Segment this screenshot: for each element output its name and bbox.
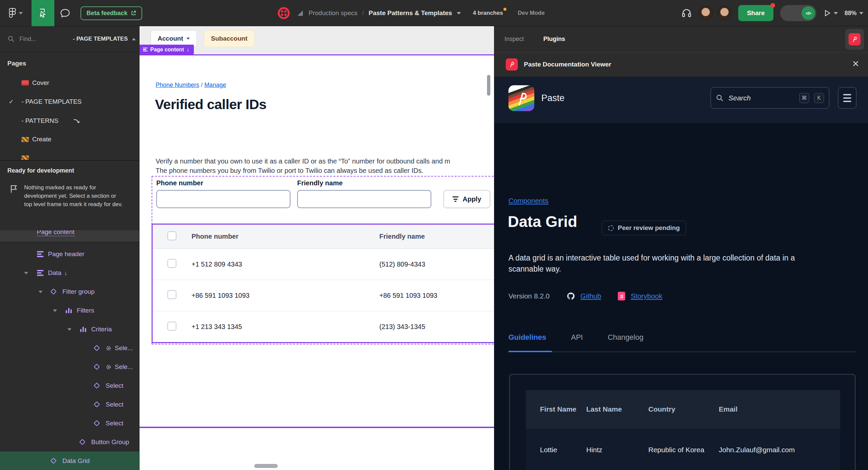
instance-diamond-icon [94,345,100,351]
top-toolbar: Beta feedback Production specs / Paste P… [0,0,868,26]
file-name[interactable]: Paste Patterns & Templates [369,9,452,17]
column-header-phone-number[interactable]: Phone number [191,233,379,240]
current-page-name[interactable]: - PAGE TEMPLATES [73,36,128,42]
grid-cell: John.Zulauf@gmail.com [719,444,840,455]
layer-row-sele-[interactable]: Sele... [0,339,140,357]
collaborator-avatar[interactable] [717,6,732,20]
beta-feedback-label: Beta feedback [87,10,127,17]
layer-row-data-grid[interactable]: Data Grid [0,451,140,470]
current-page-check-icon: ✓ [9,98,14,106]
component-bars-icon [80,327,87,332]
github-icon [566,292,575,300]
sidebar-item-patterns[interactable]: - PATTERNS [0,112,140,129]
layer-row-page-content-partial[interactable]: Page content [0,230,140,242]
layer-label: Data Grid [62,457,90,465]
cover-emoji-icon [22,80,29,86]
paste-search-box[interactable]: Search ⌘ K [710,87,830,109]
collaborator-avatar[interactable] [699,6,713,20]
table-row[interactable]: +1 213 343 1345(213) 343-1345 [153,311,494,343]
figma-main-menu[interactable] [0,0,32,26]
sidebar-item-cover[interactable]: Cover [0,74,140,92]
canvas-vertical-scrollbar[interactable] [487,75,490,96]
layer-row-criteria[interactable]: Criteria [0,320,140,339]
paste-menu-button[interactable] [838,87,857,109]
row-checkbox[interactable] [167,322,177,331]
instance-diamond-icon [94,420,100,426]
tab-guidelines[interactable]: Guidelines [508,333,546,342]
expand-chevron-icon[interactable] [67,328,71,331]
phone-number-input[interactable] [156,190,290,208]
tab-inspect[interactable]: Inspect [504,36,524,42]
apply-button[interactable]: Apply [443,190,490,208]
layer-row-filters[interactable]: Filters [0,301,140,320]
data-grid-example-container: First NameLast NameCountryEmail LottieHi… [509,374,856,470]
layer-row-button-group[interactable]: Button Group [0,433,140,451]
components-breadcrumb-link[interactable]: Components [508,197,548,205]
file-menu-chevron-icon[interactable] [457,12,461,14]
sidebar-item-create[interactable]: Create [0,130,140,148]
beta-feedback-button[interactable]: Beta feedback [81,6,142,20]
collapse-pages-icon[interactable] [132,38,136,40]
description-line: Verify a number that you own to use it a… [156,156,494,166]
column-header-friendly-name[interactable]: Friendly name [379,233,494,240]
friendly-name-input[interactable] [297,190,431,208]
menu-chevron-icon [19,12,23,14]
expand-chevron-icon[interactable] [53,310,57,312]
frame-list-icon [37,251,43,257]
dev-mode-toggle[interactable]: </> [780,5,816,21]
layer-row-select[interactable]: Select [0,376,140,395]
expand-chevron-icon[interactable] [38,291,42,293]
section-label-page-content[interactable]: Page content ↓ [140,45,194,54]
tab-changelog[interactable]: Changelog [608,333,643,342]
search-placeholder: Search [728,94,795,102]
github-link[interactable]: Github [581,292,601,300]
select-all-checkbox[interactable] [167,231,177,240]
project-name[interactable]: Production specs [309,9,358,17]
present-button[interactable] [823,9,838,17]
move-tool-button[interactable] [32,0,54,26]
design-canvas[interactable]: Account Subaccount Page content ↓ Phone … [140,26,494,470]
instance-diamond-icon [50,458,56,464]
twilio-logo-icon [278,7,290,19]
paste-plugin-shortcut-button[interactable] [845,29,864,50]
canvas-horizontal-scrollbar[interactable] [254,464,278,468]
plugin-window-titlebar[interactable]: Paste Documentation Viewer ✕ [494,52,868,77]
layer-row-data[interactable]: Data↓ [0,264,140,282]
table-row[interactable]: +86 591 1093 1093+86 591 1093 1093 [153,280,494,311]
section-arrow: ↓ [186,47,189,53]
share-button[interactable]: Share [738,5,773,21]
plugin-window-title: Paste Documentation Viewer [524,61,611,68]
page-item-label: Cover [32,79,49,87]
layers-tree: Page headerData↓Filter groupFiltersCrite… [0,242,140,470]
layer-row-sele-[interactable]: Sele... [0,357,140,376]
layer-row-page-header[interactable]: Page header [0,245,140,264]
close-plugin-icon[interactable]: ✕ [852,59,859,68]
ready-for-dev-message: Nothing marked as ready for development … [24,183,125,208]
breadcrumb-link-manage[interactable]: Manage [204,82,226,88]
external-link-icon [131,10,136,16]
storybook-link[interactable]: Storybook [630,292,662,300]
branches-button[interactable]: 4 branches [473,10,503,17]
table-row[interactable]: +1 512 809 4343(512) 809-4343 [153,249,494,280]
layer-row-filter-group[interactable]: Filter group [0,282,140,301]
expand-chevron-icon[interactable] [24,272,28,274]
flow-arrow: ↓ [64,270,67,276]
tab-api[interactable]: API [571,333,583,342]
subaccount-tab-pill[interactable]: Subaccount [204,30,254,47]
comment-tool-button[interactable] [54,0,76,26]
row-checkbox[interactable] [167,259,177,268]
find-bar[interactable]: Find... - PAGE TEMPLATES [0,26,139,52]
sidebar-item-page-templates[interactable]: ✓ - PAGE TEMPLATES [0,93,140,111]
layer-label: Button Group [91,438,129,446]
layer-row-select[interactable]: Select [0,414,140,433]
layer-label: Page header [48,251,85,258]
comment-icon [60,8,70,18]
row-checkbox[interactable] [167,290,177,299]
zoom-menu[interactable]: 88% [844,10,863,17]
tab-plugins[interactable]: Plugins [543,36,565,42]
account-chevron-icon [186,38,190,39]
headphones-audio-button[interactable] [681,8,692,19]
layer-row-select[interactable]: Select [0,395,140,414]
breadcrumb-link-phone-numbers[interactable]: Phone Numbers [156,82,199,88]
cursor-icon [38,8,47,18]
